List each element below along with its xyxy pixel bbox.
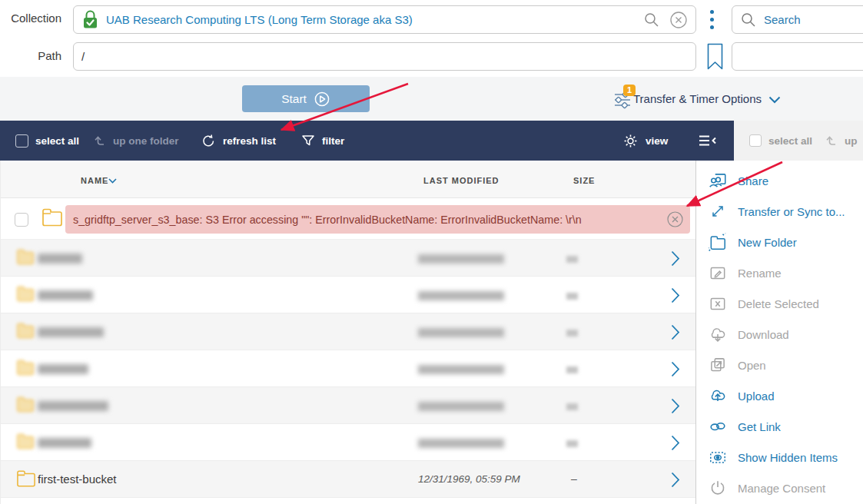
manage-consent-icon	[707, 477, 729, 499]
redacted-size	[566, 256, 578, 263]
path-field	[73, 42, 696, 71]
collection-menu-kebab-icon[interactable]	[710, 10, 714, 29]
sort-chevron-icon[interactable]	[108, 178, 117, 184]
collection-label: Collection	[0, 12, 61, 25]
bookmark-icon[interactable]	[706, 43, 724, 71]
menu-item-rename[interactable]: Rename	[696, 261, 863, 284]
chevron-right-icon[interactable]	[671, 435, 680, 451]
gear-icon	[622, 133, 639, 149]
filter-button[interactable]: filter	[301, 121, 344, 161]
menu-item-label: Share	[738, 174, 768, 187]
select-all-checkbox[interactable]	[15, 134, 28, 148]
chevron-right-icon[interactable]	[671, 324, 680, 340]
table-row-redacted[interactable]	[1, 350, 695, 387]
file-name: first-test-bucket	[38, 472, 117, 486]
menu-item-open[interactable]: Open	[696, 353, 863, 376]
table-row-first-test-bucket[interactable]: first-test-bucket 12/31/1969, 05:59 PM –	[1, 461, 695, 498]
transfer-timer-options-button[interactable]: 1 Transfer & Timer Options	[613, 90, 781, 110]
up-one-folder-label: up one folder	[113, 135, 179, 147]
open-icon	[707, 354, 729, 376]
show-hidden-items-icon	[707, 446, 729, 468]
file-list-toolbar: select all up one folder refresh list fi…	[0, 121, 734, 161]
menu-item-label: Download	[738, 328, 789, 341]
table-row-error: s_gridftp_server_s3_base: S3 Error acces…	[1, 198, 695, 240]
menu-item-get-link[interactable]: Get Link	[696, 415, 863, 438]
new-folder-icon	[707, 231, 729, 253]
menu-item-delete-selected[interactable]: Delete Selected	[696, 292, 863, 315]
second-up-one-folder-icon[interactable]	[824, 134, 838, 148]
path-input[interactable]	[81, 50, 688, 63]
collection-field[interactable]: UAB Research Computing LTS (Long Term St…	[73, 5, 696, 34]
menu-item-label: Open	[738, 359, 766, 372]
start-transfer-button[interactable]: Start	[242, 85, 370, 112]
chevron-right-icon[interactable]	[671, 287, 680, 303]
refresh-list-label: refresh list	[223, 135, 276, 147]
column-header-name[interactable]: NAME	[81, 176, 108, 185]
menu-item-label: Upload	[738, 390, 775, 403]
table-header: NAME LAST MODIFIED SIZE	[1, 162, 695, 198]
play-circle-icon	[314, 91, 330, 108]
transfer-sync-icon	[707, 201, 729, 222]
menu-item-manage-consent[interactable]: Manage Consent	[696, 476, 863, 499]
chevron-right-icon[interactable]	[671, 398, 680, 414]
chevron-down-icon	[768, 96, 781, 104]
options-count-badge: 1	[623, 85, 636, 96]
up-one-folder-icon	[92, 134, 106, 148]
panel-collapse-icon	[698, 134, 718, 148]
table-row-redacted[interactable]	[1, 277, 695, 313]
second-select-all-checkbox[interactable]	[749, 134, 762, 147]
up-one-folder-button[interactable]: up one folder	[92, 121, 179, 161]
redacted-date	[418, 291, 504, 300]
chevron-right-icon[interactable]	[671, 472, 680, 488]
transfer-timer-options-label: Transfer & Timer Options	[633, 92, 762, 105]
chevron-right-icon[interactable]	[671, 250, 680, 267]
collection-clear-icon[interactable]	[669, 11, 688, 29]
second-select-all-label: select all	[768, 135, 812, 147]
collection-search-icon[interactable]	[643, 12, 660, 28]
filter-funnel-icon	[301, 134, 315, 148]
redacted-name	[38, 327, 104, 337]
collection-name: UAB Research Computing LTS (Long Term St…	[106, 13, 413, 26]
table-row-redacted[interactable]	[1, 313, 695, 350]
panel-collapse-toggle[interactable]	[698, 121, 718, 161]
select-all-control[interactable]: select all	[15, 121, 79, 161]
folder-icon	[16, 359, 35, 376]
menu-item-new-folder[interactable]: New Folder	[696, 230, 863, 254]
search-input[interactable]	[764, 13, 861, 26]
second-panel-toolbar: select all up	[734, 121, 863, 161]
refresh-icon	[201, 134, 216, 148]
folder-icon	[16, 285, 35, 303]
menu-item-transfer-or-sync[interactable]: Transfer or Sync to...	[696, 200, 863, 223]
table-row-redacted[interactable]	[1, 240, 695, 277]
table-row-redacted[interactable]	[1, 387, 695, 424]
menu-item-upload[interactable]: Upload	[696, 384, 863, 407]
second-up-label: up	[845, 135, 858, 147]
menu-item-download[interactable]: Download	[696, 323, 863, 346]
select-all-label: select all	[35, 135, 79, 147]
rename-icon	[707, 262, 729, 284]
lock-check-icon	[81, 9, 99, 30]
row-checkbox[interactable]	[15, 213, 28, 227]
error-dismiss-icon[interactable]	[666, 211, 684, 228]
redacted-date	[418, 439, 504, 448]
table-row-redacted[interactable]	[1, 424, 695, 461]
redacted-name	[38, 290, 93, 300]
view-button[interactable]: view	[622, 121, 668, 161]
filter-label: filter	[322, 135, 344, 147]
folder-icon	[16, 433, 35, 450]
actions-menu: Share Transfer or Sync to... New Folder …	[696, 161, 863, 504]
refresh-list-button[interactable]: refresh list	[201, 121, 276, 161]
redacted-size	[566, 293, 578, 300]
error-message-text: s_gridftp_server_s3_base: S3 Error acces…	[73, 214, 582, 226]
redacted-size	[566, 366, 578, 373]
chevron-right-icon[interactable]	[671, 361, 680, 377]
menu-item-label: Delete Selected	[738, 297, 819, 310]
column-header-size[interactable]: SIZE	[573, 176, 595, 185]
menu-item-show-hidden-items[interactable]: Show Hidden Items	[696, 446, 863, 469]
file-list-panel: NAME LAST MODIFIED SIZE s_gridftp_server…	[0, 161, 696, 504]
globus-file-manager: Collection UAB Research Computing LTS (L…	[0, 0, 863, 504]
column-header-last-modified[interactable]: LAST MODIFIED	[423, 176, 500, 185]
upload-icon	[707, 385, 729, 406]
secondary-path-field[interactable]	[732, 42, 863, 71]
menu-item-share[interactable]: Share	[696, 169, 863, 192]
